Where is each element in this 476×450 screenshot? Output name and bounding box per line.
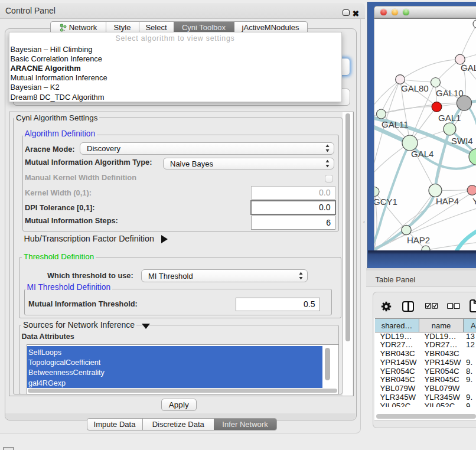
svg-text:HAP2: HAP2 [407, 235, 430, 245]
svg-text:GAL10: GAL10 [436, 88, 464, 98]
svg-text:GCY1: GCY1 [374, 197, 397, 207]
svg-text:YDR: YDR [472, 196, 476, 206]
svg-text:HAP4: HAP4 [436, 196, 459, 206]
svg-text:GAL1: GAL1 [438, 113, 461, 123]
svg-text:GAL4: GAL4 [411, 149, 433, 159]
svg-text:SWI4: SWI4 [451, 136, 473, 146]
svg-text:GAL2: GAL2 [461, 63, 476, 73]
svg-text:GAL80: GAL80 [401, 83, 429, 93]
svg-text:GAL11: GAL11 [382, 119, 409, 129]
